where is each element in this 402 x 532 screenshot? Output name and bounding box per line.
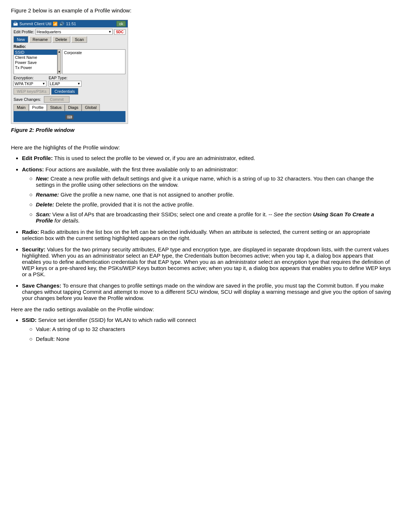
scan-term: Scan: <box>36 211 51 217</box>
ssid-desc: Service set identifier (SSID) for WLAN t… <box>38 317 196 323</box>
speaker-icon: 🔊 <box>59 22 64 26</box>
actions-term: Actions: <box>22 166 44 172</box>
encryption-label: Encryption: <box>14 76 46 80</box>
rename-term: Rename: <box>36 191 59 198</box>
tab-profile[interactable]: Profile <box>29 104 47 111</box>
scroll-down-icon[interactable]: ▼ <box>58 70 61 73</box>
screenshot-body: Edit Profile: Headquarters ▼ SDC New Ren… <box>11 27 128 123</box>
titlebar: 🏔 Summit Client Util 📶 🔊 11:51 ok <box>11 20 128 27</box>
list-item-clientname[interactable]: Client Name <box>14 55 57 60</box>
scan-desc: View a list of APs that are broadcasting… <box>36 211 374 224</box>
wep-keys-button[interactable]: WEP keys/PSKs <box>14 88 50 95</box>
new-desc: Create a new profile with default settin… <box>36 175 374 188</box>
actions-row: New Rename Delete Scan <box>14 36 125 43</box>
radio-label: Radio: <box>14 44 125 49</box>
listbox-scrollbar[interactable]: ▲ ▼ <box>57 49 61 74</box>
edit-profile-dropdown[interactable]: Headquarters ▼ <box>35 29 113 35</box>
delete-desc: Delete the profile, provided that it is … <box>56 201 194 208</box>
wifi-icon: 📶 <box>53 22 58 26</box>
edit-profile-row: Edit Profile: Headquarters ▼ SDC <box>14 29 125 35</box>
list-item-ssid: SSID: Service set identifier (SSID) for … <box>22 317 391 342</box>
enc-dropdown-arrow-icon: ▼ <box>42 82 45 86</box>
new-term: New: <box>36 175 49 182</box>
sdc-badge: SDC <box>114 29 125 35</box>
actions-desc: Four actions are available, with the fir… <box>45 166 238 172</box>
tab-diags[interactable]: Diags <box>65 104 82 111</box>
time-display: 11:51 <box>66 22 76 26</box>
encryption-row: Encryption: WPA TKIP ▼ EAP Type: LEAP ▼ <box>14 76 125 87</box>
eap-value: LEAP <box>50 81 60 86</box>
tab-content-area: ⌨ <box>14 112 125 122</box>
list-item-security: Security: Values for the two primary sec… <box>22 246 391 277</box>
encryption-dropdown[interactable]: WPA TKIP ▼ <box>14 81 46 87</box>
eap-dropdown-arrow-icon: ▼ <box>77 82 80 86</box>
app-icon: 🏔 <box>13 21 18 27</box>
list-item-save-changes: Save Changes: To ensure that changes to … <box>22 282 391 301</box>
radio-settings-list: SSID: Service set identifier (SSID) for … <box>22 317 391 342</box>
security-buttons-row: WEP keys/PSKs Credentials <box>14 88 125 95</box>
ssid-default-text: Default: None <box>36 336 69 342</box>
list-item-txpower[interactable]: Tx Power <box>14 65 57 70</box>
list-item-edit-profile: Edit Profile: This is used to select the… <box>22 155 391 161</box>
highlights-intro: Here are the highlights of the Profile w… <box>11 144 391 151</box>
scroll-up-icon[interactable]: ▲ <box>58 50 61 53</box>
list-item-ssid[interactable]: SSID <box>14 50 57 55</box>
scan-button[interactable]: Scan <box>71 36 87 43</box>
radio-term: Radio: <box>22 229 39 235</box>
commit-button[interactable]: Commit <box>44 96 69 103</box>
eap-label: EAP Type: <box>49 76 82 80</box>
edit-profile-term: Edit Profile: <box>22 155 53 161</box>
ssid-value-text: Value: A string of up to 32 characters <box>36 326 125 332</box>
app-name: Summit Client Util <box>19 22 51 26</box>
edit-profile-value: Headquarters <box>37 30 61 34</box>
highlights-list: Edit Profile: This is used to select the… <box>22 155 391 301</box>
radio-current-value: Corporate <box>62 49 125 74</box>
tab-global[interactable]: Global <box>82 104 100 111</box>
ssid-term: SSID: <box>22 317 37 323</box>
tab-main[interactable]: Main <box>14 104 29 111</box>
dropdown-arrow-icon: ▼ <box>108 30 112 34</box>
titlebar-left: 🏔 Summit Client Util 📶 🔊 11:51 <box>13 21 76 27</box>
save-changes-row: Save Changes: Commit <box>14 96 125 103</box>
sub-item-delete: Delete: Delete the profile, provided tha… <box>29 201 391 208</box>
tab-status[interactable]: Status <box>47 104 65 111</box>
rename-desc: Give the profile a new name, one that is… <box>61 191 234 198</box>
credentials-button[interactable]: Credentials <box>51 88 78 95</box>
edit-profile-label: Edit Profile: <box>14 30 34 34</box>
security-desc: Values for the two primary security attr… <box>22 246 391 277</box>
encryption-value: WPA TKIP <box>15 81 33 86</box>
rename-button[interactable]: Rename <box>29 36 51 43</box>
ssid-value: Value: A string of up to 32 characters <box>29 326 391 332</box>
sub-item-rename: Rename: Give the profile a new name, one… <box>29 191 391 198</box>
keyboard-icon: ⌨ <box>65 115 74 119</box>
tab-bar: Main Profile Status Diags Global <box>14 104 125 112</box>
ssid-default: Default: None <box>29 336 391 342</box>
delete-button[interactable]: Delete <box>52 36 71 43</box>
eap-dropdown[interactable]: LEAP ▼ <box>49 81 82 87</box>
delete-term: Delete: <box>36 201 54 208</box>
screenshot-figure: 🏔 Summit Client Util 📶 🔊 11:51 ok Edit P… <box>11 20 128 124</box>
list-item-radio: Radio: Radio attributes in the list box … <box>22 229 391 241</box>
radio-area: SSID Client Name Power Save Tx Power ▲ ▼… <box>14 49 125 74</box>
save-changes-term: Save Changes: <box>22 282 61 289</box>
ok-button[interactable]: ok <box>116 21 126 27</box>
figure-caption: Figure 2: Profile window <box>11 127 391 133</box>
radio-settings-intro: Here are the radio settings available on… <box>11 306 391 312</box>
ssid-sub-list: Value: A string of up to 32 characters D… <box>29 326 391 342</box>
list-item-powersave[interactable]: Power Save <box>14 60 57 65</box>
save-changes-desc: To ensure that changes to profile settin… <box>22 282 391 301</box>
sub-item-new: New: Create a new profile with default s… <box>29 175 391 188</box>
radio-desc: Radio attributes in the list box on the … <box>22 229 370 241</box>
security-term: Security: <box>22 246 45 252</box>
save-changes-label: Save Changes: <box>14 97 41 102</box>
intro-text: Figure 2 below is an example of a Profil… <box>11 7 391 14</box>
eap-group: EAP Type: LEAP ▼ <box>49 76 82 87</box>
sub-item-scan: Scan: View a list of APs that are broadc… <box>29 211 391 224</box>
new-button[interactable]: New <box>14 36 28 43</box>
edit-profile-desc: This is used to select the profile to be… <box>54 155 255 161</box>
actions-sub-list: New: Create a new profile with default s… <box>29 175 391 224</box>
list-item-actions: Actions: Four actions are available, wit… <box>22 166 391 224</box>
radio-listbox-wrapper: SSID Client Name Power Save Tx Power ▲ ▼ <box>14 49 61 74</box>
encryption-group: Encryption: WPA TKIP ▼ <box>14 76 46 87</box>
radio-listbox[interactable]: SSID Client Name Power Save Tx Power <box>14 49 57 74</box>
